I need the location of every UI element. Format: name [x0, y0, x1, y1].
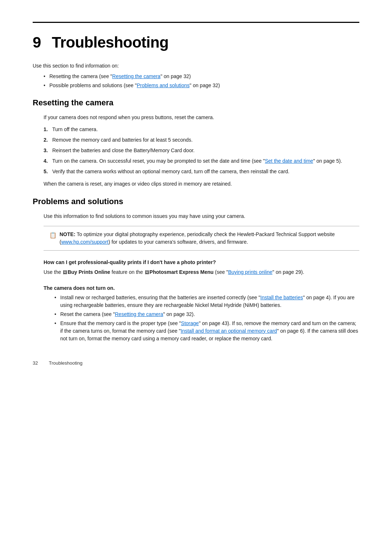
camera-no-turn-on-title: The camera does not turn on.	[44, 285, 359, 291]
note-text-container: NOTE: To optimize your digital photograp…	[60, 231, 354, 246]
reset-camera-link-2[interactable]: Resetting the camera	[115, 311, 163, 317]
chapter-title-text: Troubleshooting	[52, 34, 168, 51]
intro-bullet-list: Resetting the camera (see "Resetting the…	[44, 73, 359, 89]
faq1-question: How can I get professional-quality print…	[44, 259, 359, 265]
note-box: 📋 NOTE: To optimize your digital photogr…	[44, 226, 359, 251]
intro-bullet-2: Possible problems and solutions (see "Pr…	[44, 82, 359, 89]
resetting-camera-link[interactable]: Resetting the camera	[112, 73, 160, 79]
no-turn-on-bullet-3: Ensure that the memory card is the prope…	[54, 320, 359, 343]
footer-label: Troubleshooting	[49, 360, 82, 366]
problems-section: Problems and solutions Use this informat…	[33, 197, 359, 343]
camera-no-turn-on-section: The camera does not turn on. Install new…	[44, 285, 359, 343]
faq1-answer: Use the 🖼Buy Prints Online feature on th…	[44, 268, 359, 276]
problems-section-content: Use this information to find solutions t…	[44, 212, 359, 343]
set-date-time-link[interactable]: Set the date and time	[265, 158, 313, 164]
step-4: 4. Turn on the camera. On successful res…	[44, 157, 359, 165]
photosmart-menu-bold: Photosmart Express Menu	[150, 269, 214, 275]
install-format-link[interactable]: Install and format an optional memory ca…	[181, 328, 277, 334]
photosmart-icon: 🖼	[145, 269, 149, 276]
resetting-closing: When the camera is reset, any images or …	[44, 180, 359, 188]
step-3: 3. Reinsert the batteries and close the …	[44, 147, 359, 154]
chapter-title: 9Troubleshooting	[33, 34, 359, 51]
hp-support-link[interactable]: www.hp.com/support	[61, 239, 109, 245]
footer-page-number: 32	[33, 360, 38, 366]
chapter-number: 9	[33, 34, 41, 51]
problems-solutions-link[interactable]: Problems and solutions	[137, 82, 190, 88]
note-body: To optimize your digital photography exp…	[60, 231, 335, 245]
install-batteries-link[interactable]: Install the batteries	[260, 295, 303, 300]
buying-prints-link[interactable]: Buying prints online	[228, 269, 272, 275]
footer: 32 Troubleshooting	[33, 360, 359, 366]
resetting-section: Resetting the camera If your camera does…	[33, 98, 359, 188]
problems-section-title: Problems and solutions	[33, 197, 359, 206]
step-2: 2. Remove the memory card and batteries …	[44, 136, 359, 144]
resetting-steps: 1. Turn off the camera. 2. Remove the me…	[44, 126, 359, 175]
camera-no-turn-on-bullets: Install new or recharged batteries, ensu…	[54, 294, 359, 343]
note-icon: 📋	[49, 231, 57, 246]
buy-prints-icon: 🖼	[63, 269, 67, 276]
resetting-section-title: Resetting the camera	[33, 98, 359, 108]
storage-link[interactable]: Storage	[181, 320, 199, 326]
problems-intro: Use this information to find solutions t…	[44, 212, 359, 220]
intro-bullet-1: Resetting the camera (see "Resetting the…	[44, 73, 359, 80]
resetting-intro: If your camera does not respond when you…	[44, 113, 359, 121]
buy-prints-bold: Buy Prints Online	[68, 269, 110, 275]
resetting-section-content: If your camera does not respond when you…	[44, 113, 359, 188]
no-turn-on-bullet-2: Reset the camera (see "Resetting the cam…	[54, 311, 359, 318]
note-label: NOTE:	[60, 231, 75, 237]
step-1: 1. Turn off the camera.	[44, 126, 359, 133]
intro-text: Use this section to find information on:	[33, 62, 359, 70]
top-border	[33, 22, 359, 23]
no-turn-on-bullet-1: Install new or recharged batteries, ensu…	[54, 294, 359, 309]
step-5: 5. Verify that the camera works without …	[44, 168, 359, 175]
page: 9Troubleshooting Use this section to fin…	[0, 0, 392, 380]
